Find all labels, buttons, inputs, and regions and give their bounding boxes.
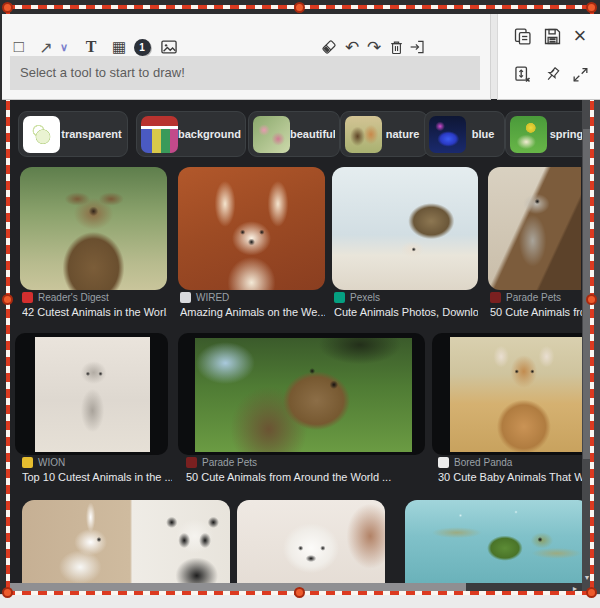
result-source: Parade Pets <box>490 292 582 303</box>
tool-hint-message: Select a tool to start to draw! <box>10 56 480 90</box>
chip-label: background <box>178 128 241 140</box>
text-icon: T <box>86 38 97 56</box>
parade-pets-favicon <box>186 457 197 468</box>
result-title: Amazing Animals on the We... <box>180 306 325 318</box>
result-image-quokka[interactable] <box>20 167 167 290</box>
selection-handle-top-left[interactable] <box>2 2 13 13</box>
result-image-puppy[interactable] <box>237 500 385 586</box>
result-source: Parade Pets <box>186 457 429 468</box>
chip-label: blue <box>466 128 500 140</box>
wion-favicon <box>22 457 33 468</box>
pixelate-tool-button[interactable]: ▦ <box>108 36 130 58</box>
result-image-sugar-glider[interactable] <box>488 167 581 290</box>
result-caption[interactable]: Parade Pets 50 Cute Animals from Around … <box>186 457 429 483</box>
chip-spring-thumbnail <box>510 116 547 153</box>
result-caption[interactable]: Pexels Cute Animals Photos, Downloa... <box>334 292 478 318</box>
selection-handle-mid-right[interactable] <box>586 294 597 305</box>
selection-handle-top-right[interactable] <box>586 2 597 13</box>
counter-badge: 1 <box>134 39 151 56</box>
chip-label: beautiful <box>290 128 335 140</box>
close-icon: × <box>574 25 587 47</box>
selection-handle-bottom-center[interactable] <box>294 587 305 598</box>
image-tool-button[interactable] <box>158 36 180 58</box>
result-image-quokka-closeup[interactable] <box>178 333 425 455</box>
chip-background[interactable]: background <box>136 111 246 157</box>
result-image-giraffe[interactable] <box>432 333 592 455</box>
chip-blue-thumbnail <box>429 116 466 153</box>
result-caption[interactable]: Bored Panda 30 Cute Baby Animals That Wi… <box>438 457 592 483</box>
result-caption[interactable]: Parade Pets 50 Cute Animals fro <box>490 292 582 318</box>
selection-handle-bottom-left[interactable] <box>2 587 13 598</box>
arrow-style-dropdown[interactable]: ∨ <box>56 36 72 58</box>
chip-label: spring <box>547 128 586 140</box>
result-source: WION <box>22 457 172 468</box>
close-button[interactable]: × <box>568 24 592 48</box>
redo-icon: ↷ <box>367 37 381 58</box>
apply-exit-button[interactable] <box>406 36 428 58</box>
bored-panda-favicon <box>438 457 449 468</box>
chip-spring[interactable]: spring <box>505 111 591 157</box>
chip-nature[interactable]: nature <box>340 111 428 157</box>
result-caption[interactable]: WIRED Amazing Animals on the We... <box>180 292 325 318</box>
pin-icon <box>543 65 562 84</box>
result-caption[interactable]: Reader's Digest 42 Cutest Animals in the… <box>22 292 167 318</box>
undo-button[interactable]: ↶ <box>341 36 363 58</box>
chip-background-thumbnail <box>141 116 178 153</box>
giraffe-photo <box>450 337 592 452</box>
chip-label: transparent <box>60 128 123 140</box>
captured-webpage: transparent background beautiful nature … <box>8 99 592 594</box>
exit-arrow-icon <box>408 38 426 56</box>
chip-beautiful[interactable]: beautiful <box>248 111 340 157</box>
pixelate-icon: ▦ <box>112 38 126 56</box>
chip-blue[interactable]: blue <box>424 111 505 157</box>
rectangle-tool-button[interactable]: □ <box>8 36 30 58</box>
quokka-closeup-photo <box>195 338 412 452</box>
arrow-tool-button[interactable]: ↗ <box>35 36 57 58</box>
cancel-export-button[interactable] <box>510 62 534 86</box>
result-image-turtle[interactable] <box>405 500 590 586</box>
selection-handle-top-center[interactable] <box>294 2 305 13</box>
image-icon <box>159 37 179 57</box>
kitten-photo <box>35 337 150 452</box>
result-title: 30 Cute Baby Animals That Will M <box>438 471 592 483</box>
parade-pets-favicon <box>490 292 501 303</box>
text-tool-button[interactable]: T <box>80 36 102 58</box>
readers-digest-favicon <box>22 292 33 303</box>
trash-icon <box>388 39 405 56</box>
result-image-hedgehog[interactable] <box>332 167 478 290</box>
result-image-rabbit-panda[interactable] <box>22 500 230 586</box>
result-title: 50 Cute Animals fro <box>490 306 582 318</box>
result-source: Reader's Digest <box>22 292 167 303</box>
eraser-tool-button[interactable] <box>318 36 340 58</box>
result-title: 50 Cute Animals from Around the World ..… <box>186 471 429 483</box>
arrow-icon: ↗ <box>39 38 52 57</box>
copy-button[interactable] <box>510 24 534 48</box>
rectangle-icon: □ <box>14 37 24 57</box>
expand-icon <box>571 65 590 84</box>
chip-nature-thumbnail <box>345 116 382 153</box>
delete-annotations-button[interactable] <box>385 36 407 58</box>
pexels-favicon <box>334 292 345 303</box>
selection-handle-bottom-right[interactable] <box>586 587 597 598</box>
result-source: WIRED <box>180 292 325 303</box>
fullscreen-button[interactable] <box>568 62 592 86</box>
chip-label: nature <box>382 128 423 140</box>
result-source: Bored Panda <box>438 457 592 468</box>
chevron-down-icon: ∨ <box>60 41 68 54</box>
save-icon <box>542 26 563 47</box>
pin-button[interactable] <box>540 62 564 86</box>
result-title: Cute Animals Photos, Downloa... <box>334 306 478 318</box>
drawing-toolbar: □ ↗ ∨ T ▦ 1 ↶ ↷ Select a tool to start t… <box>2 14 491 100</box>
counter-tool-button[interactable]: 1 <box>131 36 153 58</box>
result-image-fennec-fox[interactable] <box>178 167 325 290</box>
chip-transparent-thumbnail <box>23 116 60 153</box>
eraser-icon <box>320 38 338 56</box>
save-button[interactable] <box>540 24 564 48</box>
result-caption[interactable]: WION Top 10 Cutest Animals in the ... <box>22 457 172 483</box>
redo-button[interactable]: ↷ <box>363 36 385 58</box>
result-image-kitten[interactable] <box>15 333 168 455</box>
capture-action-panel: × <box>497 14 600 100</box>
undo-icon: ↶ <box>345 37 359 58</box>
chip-transparent[interactable]: transparent <box>18 111 128 157</box>
selection-handle-mid-left[interactable] <box>2 294 13 305</box>
